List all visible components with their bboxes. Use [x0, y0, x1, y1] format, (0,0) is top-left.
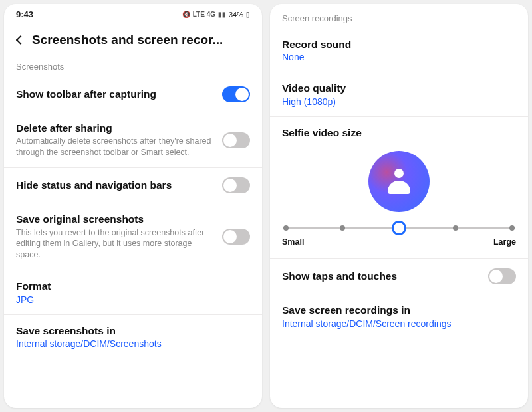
settings-list: Show toolbar after capturing Delete afte…: [4, 77, 262, 408]
mute-icon: 🔇: [182, 11, 190, 18]
setting-value: Internal storage/DCIM/Screen recordings: [282, 318, 516, 329]
slider-tick: [509, 225, 515, 231]
setting-format[interactable]: Format JPG: [4, 270, 262, 314]
battery-percent: 34%: [229, 11, 243, 19]
battery-icon: ▯: [246, 11, 250, 18]
setting-title: Format: [16, 280, 250, 292]
setting-title: Selfie video size: [282, 126, 516, 139]
setting-value: JPG: [16, 294, 250, 305]
screenshots-settings-panel: 9:43 🔇 LTE 4G ▮▮ 34% ▯ Screenshots and s…: [4, 4, 262, 408]
page-title: Screenshots and screen recor...: [32, 33, 223, 47]
slider-min-label: Small: [282, 237, 304, 247]
setting-title: Record sound: [282, 38, 516, 51]
setting-save-recordings-in[interactable]: Save screen recordings in Internal stora…: [270, 294, 528, 338]
setting-video-quality[interactable]: Video quality High (1080p): [270, 72, 528, 116]
status-time: 9:43: [16, 9, 33, 19]
slider-thumb[interactable]: [392, 221, 406, 235]
toggle-delete-after-sharing[interactable]: [222, 132, 250, 148]
page-header: Screenshots and screen recor...: [4, 22, 262, 59]
setting-delete-after-sharing[interactable]: Delete after sharing Automatically delet…: [4, 112, 262, 168]
slider-max-label: Large: [493, 237, 516, 247]
status-bar: 9:43 🔇 LTE 4G ▮▮ 34% ▯: [4, 4, 262, 22]
person-icon: [388, 169, 410, 194]
setting-title: Save screenshots in: [16, 324, 250, 337]
setting-selfie-video-size: Selfie video size Small Large: [270, 117, 528, 259]
section-screenshots: Screenshots: [4, 59, 262, 77]
setting-value: High (1080p): [282, 96, 516, 107]
slider-tick: [453, 225, 458, 231]
toggle-hide-bars[interactable]: [222, 177, 250, 193]
recordings-list: Record sound None Video quality High (10…: [270, 29, 528, 408]
setting-description: This lets you revert to the original scr…: [16, 227, 213, 261]
back-icon[interactable]: [16, 35, 25, 45]
setting-hide-bars[interactable]: Hide status and navigation bars: [4, 168, 262, 203]
status-indicators: 🔇 LTE 4G ▮▮ 34% ▯: [182, 11, 250, 19]
slider-tick: [340, 225, 345, 231]
setting-title: Save original screenshots: [16, 213, 213, 225]
setting-value: Internal storage/DCIM/Screenshots: [16, 338, 250, 349]
section-screen-recordings: Screen recordings: [270, 4, 528, 29]
setting-show-toolbar[interactable]: Show toolbar after capturing: [4, 77, 262, 112]
slider-tick: [283, 225, 289, 231]
setting-title: Hide status and navigation bars: [16, 179, 213, 191]
setting-title: Video quality: [282, 82, 516, 94]
setting-show-taps[interactable]: Show taps and touches: [270, 259, 528, 294]
setting-title: Save screen recordings in: [282, 304, 516, 316]
selfie-size-slider[interactable]: [283, 227, 515, 229]
toggle-show-toolbar[interactable]: [222, 86, 250, 102]
toggle-show-taps[interactable]: [488, 268, 516, 284]
setting-title: Show taps and touches: [282, 270, 479, 282]
toggle-save-original[interactable]: [222, 229, 250, 245]
setting-title: Delete after sharing: [16, 122, 213, 134]
network-icon: LTE 4G: [193, 11, 215, 18]
setting-save-screenshots-in[interactable]: Save screenshots in Internal storage/DCI…: [4, 315, 262, 358]
setting-save-original[interactable]: Save original screenshots This lets you …: [4, 203, 262, 270]
setting-record-sound[interactable]: Record sound None: [270, 29, 528, 72]
setting-description: Automatically delete screenshots after t…: [16, 136, 213, 158]
setting-title: Show toolbar after capturing: [16, 88, 213, 100]
screen-recordings-panel: Screen recordings Record sound None Vide…: [270, 4, 528, 408]
setting-value: None: [282, 52, 516, 62]
signal-icon: ▮▮: [218, 11, 226, 18]
selfie-preview-circle: [368, 151, 430, 212]
